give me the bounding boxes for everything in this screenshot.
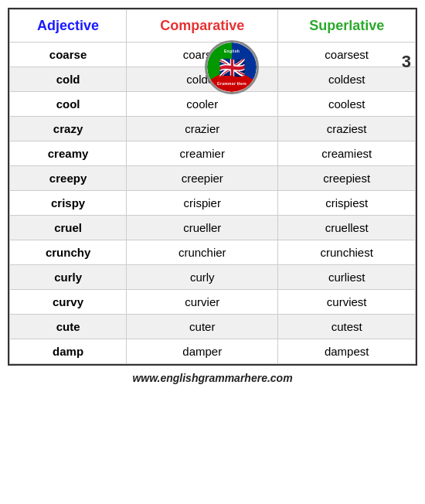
adjective-cell: cool — [10, 92, 127, 117]
comparative-cell: crispier — [127, 191, 278, 216]
table-row: crunchycrunchiercrunchiest — [10, 240, 416, 265]
superlative-cell: dampest — [278, 339, 416, 364]
superlative-cell: coldest — [278, 67, 416, 92]
comparative-cell: creepier — [127, 166, 278, 191]
table-row: crispycrispiercrispiest — [10, 191, 416, 216]
table-row: crazycraziercraziest — [10, 117, 416, 141]
superlative-cell: cutest — [278, 315, 416, 339]
superlative-cell: curliest — [278, 265, 416, 290]
comparative-cell: crazier — [127, 117, 278, 141]
superlative-cell: coolest — [278, 92, 416, 117]
adjective-cell: cruel — [10, 216, 127, 240]
superlative-cell: crunchiest — [278, 240, 416, 265]
comparative-cell: cooler — [127, 92, 278, 117]
comparative-cell: cuter — [127, 315, 278, 339]
adjective-cell: crunchy — [10, 240, 127, 265]
adjective-cell: coarse — [10, 43, 127, 67]
adjective-cell: crispy — [10, 191, 127, 216]
superlative-cell: cruellest — [278, 216, 416, 240]
table-row: cruelcruellercruellest — [10, 216, 416, 240]
table-row: cutecutercutest — [10, 315, 416, 339]
comparative-cell: curly — [127, 265, 278, 290]
superlative-cell: craziest — [278, 117, 416, 141]
comparative-cell: damper — [127, 339, 278, 364]
adjective-cell: crazy — [10, 117, 127, 141]
adjective-cell: cute — [10, 315, 127, 339]
superlative-column-header: Superlative — [278, 10, 416, 43]
page-number-badge: 3 — [402, 52, 411, 72]
comparative-cell: creamier — [127, 141, 278, 166]
superlative-cell: creamiest — [278, 141, 416, 166]
superlative-cell: curviest — [278, 290, 416, 315]
adjective-cell: cold — [10, 67, 127, 92]
adjective-column-header: Adjective — [10, 10, 127, 43]
adjective-cell: damp — [10, 339, 127, 364]
adjective-cell: creepy — [10, 166, 127, 191]
comparative-cell: crunchier — [127, 240, 278, 265]
table-row: dampdamperdampest — [10, 339, 416, 364]
grammar-badge: English 🇬🇧 Grammar Here — [205, 40, 259, 94]
superlative-cell: creepiest — [278, 166, 416, 191]
table-row: creamycreamiercreamiest — [10, 141, 416, 166]
comparative-column-header: Comparative — [127, 10, 278, 43]
adjective-cell: curly — [10, 265, 127, 290]
footer-url: www.englishgrammarhere.com — [132, 372, 292, 384]
adjective-cell: curvy — [10, 290, 127, 315]
main-table-wrapper: English 🇬🇧 Grammar Here 3 Adjective Comp… — [8, 8, 417, 366]
table-row: curlycurlycurliest — [10, 265, 416, 290]
superlative-cell: crispiest — [278, 191, 416, 216]
table-row: creepycreepiercreepiest — [10, 166, 416, 191]
table-row: coolcoolercoolest — [10, 92, 416, 117]
superlative-cell: coarsest — [278, 43, 416, 67]
comparative-cell: curvier — [127, 290, 278, 315]
adjective-cell: creamy — [10, 141, 127, 166]
table-row: curvycurviercurviest — [10, 290, 416, 315]
comparative-cell: crueller — [127, 216, 278, 240]
